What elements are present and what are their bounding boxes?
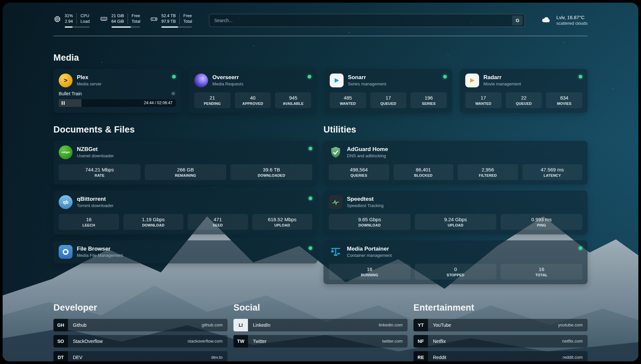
stat-label: UPLOAD: [416, 223, 495, 227]
gear-icon[interactable]: [171, 91, 176, 96]
app-name: AdGuard Home: [347, 146, 388, 153]
stat-queued: 22 QUEUED: [506, 92, 542, 108]
reddit-badge: RE: [413, 351, 428, 361]
stat-label: RATE: [60, 173, 139, 177]
stat-value: 16: [60, 217, 118, 222]
stat-series: 196 SERIES: [411, 92, 447, 108]
ram-total-label: Total: [132, 19, 140, 24]
weather-condition: scattered clouds: [556, 21, 588, 26]
status-online-dot: [579, 75, 582, 78]
stat-latency: 47.569 ms LATENCY: [522, 164, 583, 180]
portainer-card[interactable]: Media Portainer Container management 16 …: [323, 240, 588, 284]
stat-wanted: 485 WANTED: [330, 92, 366, 108]
bookmark-name: YouTube: [433, 322, 451, 328]
section-developer: Developer GH Github github.com SO StackO…: [53, 303, 228, 361]
topbar: 31% 2.94 CPU Load: [53, 13, 588, 28]
cloud-icon: [540, 15, 552, 26]
app-name: Speedtest: [347, 196, 383, 202]
search-engine-button[interactable]: G: [512, 15, 523, 25]
disk-progress-fill: [161, 26, 178, 28]
stat-label: LATENCY: [524, 173, 581, 177]
app-subtitle: Series management: [348, 81, 386, 86]
bookmark-stackoverflow[interactable]: SO StackOverflow stackoverflow.com: [53, 335, 228, 348]
disk-total-label: Total: [183, 19, 192, 24]
app-subtitle: Torrent downloader: [77, 203, 113, 208]
stat-label: TOTAL: [502, 273, 581, 277]
search-input[interactable]: [214, 18, 512, 23]
stat-seed: 471 SEED: [188, 214, 248, 230]
ram-widget: 21 GiB 64 GiB Free Total: [100, 13, 140, 28]
app-name: Radarr: [483, 74, 521, 81]
adguard-card[interactable]: AdGuard Home DNS and adblocking 498,564 …: [323, 141, 588, 185]
app-subtitle: Movie management: [483, 81, 521, 86]
bookmark-netflix[interactable]: NF Netflix netflix.com: [413, 335, 588, 348]
bookmark-youtube[interactable]: YT YouTube youtube.com: [413, 319, 588, 331]
social-section-title: Social: [233, 303, 408, 313]
stat-label: WANTED: [331, 102, 365, 106]
stat-rate: 744.21 Mbps RATE: [59, 164, 140, 180]
stat-label: WANTED: [467, 102, 500, 106]
nzbget-card[interactable]: NZBGet Usenet downloader 744.21 Mbps RAT…: [53, 141, 318, 185]
entertainment-section-title: Entertainment: [413, 303, 588, 313]
stat-label: STOPPED: [416, 273, 495, 277]
app-subtitle: Container management: [347, 253, 392, 258]
bookmark-url: linkedin.com: [379, 322, 403, 327]
disk-free-value: 52.4 TB: [161, 13, 176, 19]
qbittorrent-card[interactable]: qBittorrent Torrent downloader 16 LEECH: [53, 191, 318, 234]
stat-movies: 834 MOVIES: [546, 92, 582, 108]
stat-value: 0.993 ms: [502, 217, 581, 222]
status-online-dot: [309, 147, 312, 150]
stat-label: QUEUED: [372, 102, 405, 106]
speedtest-icon: [329, 195, 343, 209]
stat-remaining: 266 GB REMAINING: [145, 164, 227, 180]
section-utilities: Utilities: [323, 125, 588, 284]
stat-value: 0: [416, 266, 495, 272]
section-entertainment: Entertainment YT YouTube youtube.com NF …: [413, 303, 588, 361]
bookmark-url: github.com: [201, 322, 223, 327]
bookmark-url: stackoverflow.com: [188, 339, 223, 344]
bookmark-dev[interactable]: DT DEV dev.to: [53, 351, 228, 361]
sonarr-icon: [330, 74, 344, 87]
overseerr-card[interactable]: Overseerr Media Requests 21 PENDING 40 A…: [189, 69, 317, 113]
app-subtitle: Media File Management: [77, 253, 123, 258]
bookmark-github[interactable]: GH Github github.com: [53, 319, 228, 331]
disk-widget: 52.4 TB 97.9 TB Free Total: [150, 13, 192, 28]
stat-label: APPROVED: [236, 102, 270, 106]
stat-value: 22: [507, 95, 541, 101]
stat-queued: 17 QUEUED: [370, 92, 407, 108]
pause-icon[interactable]: [62, 101, 65, 105]
bookmark-name: LinkedIn: [253, 322, 270, 328]
stat-label: DOWNLOAD: [125, 223, 182, 227]
section-documents: Documents & Files NZBGet Usenet download…: [53, 125, 318, 284]
stat-value: 40: [236, 95, 270, 101]
stat-label: SERIES: [412, 102, 445, 106]
ram-free-label: Free: [132, 13, 140, 19]
radarr-card[interactable]: Radarr Movie management 17 WANTED 22 QUE…: [460, 69, 588, 113]
app-name: qBittorrent: [77, 196, 113, 202]
stat-label: PENDING: [196, 102, 229, 106]
filebrowser-card[interactable]: File Browser Media File Management: [53, 240, 318, 263]
cpu-label: CPU: [80, 13, 90, 19]
playback-progress-bar[interactable]: 24:44 / 02:06:47: [59, 99, 176, 107]
bookmark-twitter[interactable]: TW Twitter twitter.com: [233, 335, 408, 348]
stat-value: 498,564: [330, 167, 388, 172]
stat-label: DOWNLOAD: [330, 223, 409, 227]
bookmark-url: reddit.com: [563, 355, 583, 360]
bookmark-name: Github: [73, 322, 86, 328]
stat-value: 16: [330, 266, 409, 272]
bookmark-reddit[interactable]: RE Reddit reddit.com: [413, 351, 588, 361]
speedtest-card[interactable]: Speedtest Speedtest Tracking 9.65 Gbps D…: [323, 191, 588, 234]
stat-label: PING: [502, 223, 581, 227]
bookmark-linkedin[interactable]: LI LinkedIn linkedin.com: [233, 319, 408, 331]
app-name: File Browser: [77, 246, 123, 252]
utilities-section-title: Utilities: [323, 125, 588, 135]
status-online-dot: [309, 246, 312, 250]
sonarr-card[interactable]: Sonarr Series management 485 WANTED 17 Q…: [324, 69, 452, 113]
plex-card[interactable]: Plex Media server Bullet Train: [53, 69, 181, 113]
stat-label: LEECH: [60, 223, 118, 227]
qbittorrent-icon: [59, 195, 73, 209]
stat-filtered: 2,956 FILTERED: [458, 164, 518, 180]
stat-value: 618.52 Mbps: [254, 217, 311, 222]
stat-pending: 21 PENDING: [194, 92, 230, 108]
app-subtitle: Media Requests: [212, 81, 243, 86]
